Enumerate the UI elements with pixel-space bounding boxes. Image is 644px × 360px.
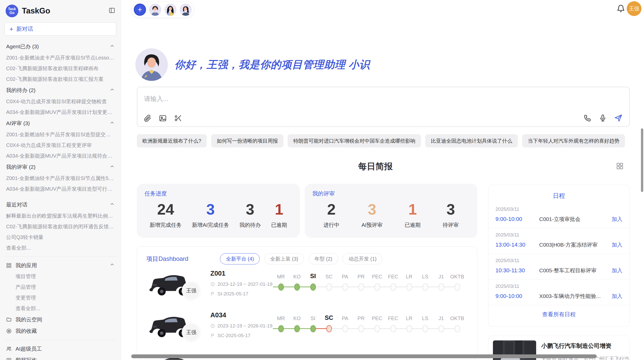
agent-avatar[interactable] [164,4,177,16]
section-my-review[interactable]: 我的评审 (2) [4,161,117,173]
send-icon[interactable] [614,114,623,122]
phone-icon[interactable] [583,114,592,122]
divider [5,256,116,257]
milestone-dot [326,283,332,291]
chevron-up-icon[interactable] [110,87,115,94]
schedule-list: 2025/03/11 9:00-10:00 C001-立项审批会 加入 2025… [488,202,630,305]
sidebar-item-cloud-space[interactable]: 我的云空间 [4,314,117,325]
task-item[interactable]: A034-全新新能源MUV产品开发项目法规符合性评审 [4,151,117,161]
section-agent-done[interactable]: Agent已办 (3) [4,41,117,52]
app-item[interactable]: 变更管理 [4,292,117,303]
recent-chat-item[interactable]: 公司Q3轻卡销量 [4,232,117,243]
notification-bell-icon[interactable] [617,4,625,14]
project-row[interactable]: 王强 Z001 2023-12-19 ~ 2027-01-19 SI-2025-… [146,265,469,306]
section-my-todo[interactable]: 我的待办 (2) [4,84,117,96]
suggestion-chip[interactable]: 欧洲新规最近颁布了什么? [137,134,207,147]
chevron-up-icon[interactable] [110,120,115,127]
milestone-label: SI [305,313,321,321]
milestone-dot [310,283,316,291]
section-recent-chats[interactable]: 最近对话 [4,199,117,211]
task-item[interactable]: C0X4-动力总成开发项目工程变更评审 [4,140,117,151]
project-row[interactable]: 王强 A034 2023-12-19 ~ 2026-01-19 SC-2025-… [146,307,469,347]
milestone-label: PEC [369,313,385,321]
join-link[interactable]: 加入 [612,216,622,223]
chevron-up-icon[interactable] [110,262,115,268]
agent-avatar[interactable] [180,4,192,16]
image-icon[interactable] [159,114,167,122]
suggestion-chip[interactable]: 特朗普可能对进口汽车增税会对中国车企造成哪些影响 [288,134,421,147]
suggestion-chip[interactable]: 如何写一份清晰的项目周报 [211,134,283,147]
card-title: 我的评审 [312,190,470,198]
task-item[interactable]: A034-全新新能源MUV产品开发项目计划变更表编写 [4,107,117,117]
recent-chat-item[interactable]: 查看全部... [4,243,117,253]
sidebar-item-label: AI超级员工 [16,345,42,352]
vertical-scrollbar[interactable] [641,128,643,192]
stat-item: 1 已逾期 [405,201,421,229]
suggestion-chip[interactable]: 当下年轻人对汽车外观有怎样的喜好趋势 [522,134,625,147]
chevron-up-icon[interactable] [110,202,115,208]
milestone-j1: J1 [433,313,449,335]
app-item[interactable]: 项目管理 [4,271,117,282]
task-progress-card: 任务进度 24 新增完成任务 3 新增AI完成任务 3 我的待办 [137,184,300,238]
new-chat-button[interactable]: + 新对话 [5,22,116,36]
task-item[interactable]: C0X4-动力总成开发项目SI里程碑提交物检查 [4,96,117,107]
sidebar-item-ai-employee[interactable]: AI超级员工 [4,343,117,354]
my-review-card: 我的评审 2 进行中 3 AI预评审 1 已逾期 3 [305,184,477,238]
task-item[interactable]: Z001-全新燃油轻卡产品开发项目SI造型提交物评审 [4,129,117,140]
schedule-time: 9:00-10:00 [495,216,539,222]
stat-label: 已逾期 [271,221,287,229]
milestone-dot [358,325,364,332]
task-item[interactable]: A034-全新新能源MUV产品开发项目造型可行性评审 [4,184,117,194]
milestone-dot [374,283,380,291]
stat-value: 24 [150,201,182,218]
app-title: TaskGo [22,6,50,16]
recent-chat-item[interactable]: 解释最新出台的欧盟报废车法规再生塑料比例被调至15%... [4,211,117,221]
task-item[interactable]: C02-飞腾新能源轻客改款项目立项汇报方案 [4,74,117,84]
sidebar-collapse-icon[interactable] [109,7,115,15]
app-item[interactable]: 查看全部... [4,303,117,314]
tab-new-body[interactable]: 全新上装 (3) [264,253,304,264]
chevron-up-icon[interactable] [110,164,115,170]
microphone-icon[interactable] [599,114,607,122]
recent-chat-item[interactable]: C02-飞腾新能源轻客改款项目的闭环通告反馈情况 [4,221,117,232]
join-link[interactable]: 加入 [612,293,622,300]
join-link[interactable]: 加入 [612,241,622,248]
milestone-label: SI [305,271,321,280]
view-all-schedule-link[interactable]: 查看所有日程 [488,305,630,318]
sidebar-item-favorites[interactable]: 我的收藏 [4,325,117,337]
attachment-icon[interactable] [143,114,152,122]
my-todo-list: C0X4-动力总成开发项目SI里程碑提交物检查A034-全新新能源MUV产品开发… [4,96,117,117]
user-avatar[interactable]: 王强 [627,1,641,16]
schedule-time: 10:30-11:30 [495,267,539,274]
task-item[interactable]: Z001-全新燃油轻卡产品开发项目SI节点属性5D文件评审 [4,173,117,184]
milestone-dot [278,325,284,332]
milestone-dot [326,325,332,332]
task-item[interactable]: Z001-全新燃油皮卡产品开发项目SI节点Lesson Learn报告 [4,52,117,63]
sidebar-item-help-write[interactable]: 帮我写作 [4,354,117,360]
add-agent-button[interactable]: + [134,4,146,16]
milestone-ko: KO [289,271,305,293]
milestone-pr: PR [353,313,369,335]
suggestion-chip[interactable]: 比亚迪全固态电池计划具体说了什么 [425,134,518,147]
agent-avatar-bar: + [131,2,194,18]
scissors-icon[interactable] [174,114,182,122]
sidebar-item-my-apps[interactable]: 我的应用 [4,260,117,271]
chat-input[interactable] [144,92,525,105]
stat-item: 24 新增完成任务 [150,201,182,229]
tab-new-platform[interactable]: 全新平台 (4) [220,253,260,264]
agent-avatar[interactable] [149,4,161,16]
join-link[interactable]: 加入 [612,267,622,274]
milestone-dot [358,283,364,291]
horizontal-scrollbar[interactable] [131,354,597,358]
tab-powertrain[interactable]: 动总开发 (1) [343,253,382,264]
milestone-label: LS [417,313,433,321]
tab-model-year[interactable]: 年型 (2) [309,253,338,264]
milestone-dot [342,325,348,332]
layout-grid-icon[interactable] [616,162,624,171]
task-item[interactable]: C02-飞腾新能源轻客改款项目里程碑画布 [4,63,117,74]
app-item[interactable]: 产品管理 [4,282,117,292]
my-review-list: Z001-全新燃油轻卡产品开发项目SI节点属性5D文件评审A034-全新新能源M… [4,173,117,194]
chevron-up-icon[interactable] [110,43,115,50]
section-ai-review[interactable]: AI评审 (3) [4,117,117,129]
milestone-si: SI [305,313,321,335]
